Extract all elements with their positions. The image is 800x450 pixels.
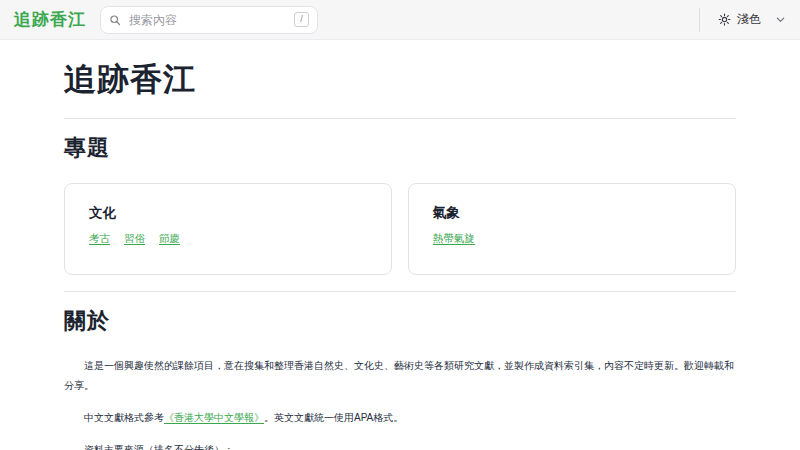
topic-link-customs[interactable]: 習俗 [124, 232, 145, 246]
page-title: 追跡香江 [64, 58, 736, 102]
chevron-down-icon [775, 14, 786, 25]
main-content: 追跡香江 專題 文化 考古 習俗 節慶 氣象 熱帶氣旋 關於 這是一個興趣使然的… [64, 40, 736, 450]
about-paragraph-1: 這是一個興趣使然的課餘項目，意在搜集和整理香港自然史、文化史、藝術史等各類研究文… [64, 356, 736, 396]
search-box[interactable]: / [100, 6, 318, 34]
card-links: 考古 習俗 節慶 [89, 232, 367, 246]
theme-label: 淺色 [737, 11, 761, 28]
paragraph-2-text-before: 中文文獻格式參考 [84, 412, 164, 423]
topic-cards: 文化 考古 習俗 節慶 氣象 熱帶氣旋 [64, 183, 736, 275]
card-title: 氣象 [433, 204, 711, 222]
site-logo[interactable]: 追跡香江 [14, 8, 86, 31]
topic-card-weather: 氣象 熱帶氣旋 [408, 183, 736, 275]
about-paragraph-2: 中文文獻格式參考《香港大學中文學報》。英文文獻統一使用APA格式。 [64, 408, 736, 428]
topic-link-tropical-cyclone[interactable]: 熱帶氣旋 [433, 232, 475, 246]
topic-link-festivals[interactable]: 節慶 [159, 232, 180, 246]
nav-right: 淺色 [699, 8, 786, 32]
topic-link-archaeology[interactable]: 考古 [89, 232, 110, 246]
card-title: 文化 [89, 204, 367, 222]
top-nav: 追跡香江 / [0, 0, 800, 40]
search-icon [109, 14, 121, 26]
paragraph-2-text-after: 。英文文獻統一使用APA格式。 [264, 412, 403, 423]
about-heading: 關於 [64, 291, 736, 336]
theme-toggle[interactable]: 淺色 [718, 11, 786, 28]
sun-icon [718, 13, 731, 26]
search-input[interactable] [127, 12, 288, 28]
about-paragraph-3: 資料主要來源（排名不分先後）： [64, 440, 736, 450]
hku-journal-link[interactable]: 《香港大學中文學報》 [164, 412, 264, 423]
topics-heading: 專題 [64, 118, 736, 163]
slash-shortcut-key: / [294, 12, 309, 27]
topic-card-culture: 文化 考古 習俗 節慶 [64, 183, 392, 275]
card-links: 熱帶氣旋 [433, 232, 711, 246]
